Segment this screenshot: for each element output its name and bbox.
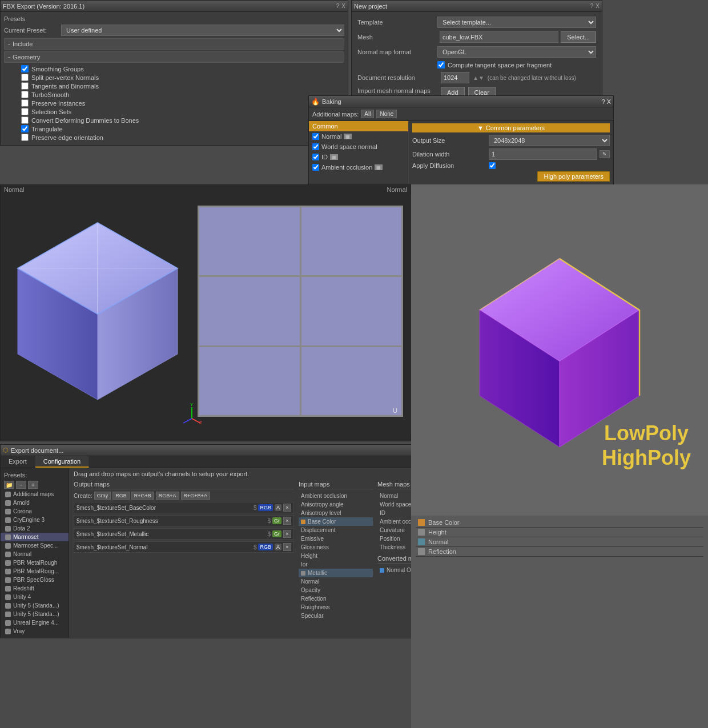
doc-res-input[interactable]	[441, 72, 469, 83]
fbx-help-btn[interactable]: ?	[336, 3, 340, 9]
create-rgbplus-btn[interactable]: R+G+B+A	[181, 492, 210, 500]
output-map-remove-btn[interactable]: ×	[283, 543, 291, 551]
baking-map-checkbox[interactable]	[312, 143, 319, 150]
export-preset-item[interactable]: Unity 4	[1, 593, 69, 601]
input-map-item[interactable]: Emissive	[299, 534, 373, 543]
input-map-item[interactable]: Anisotropy level	[299, 509, 373, 517]
export-preset-item[interactable]: Corona	[1, 507, 69, 516]
doc-res-label: Document resolution	[357, 74, 437, 81]
input-map-item[interactable]: Base Color	[299, 517, 373, 526]
baking-help-btn[interactable]: ?	[601, 98, 605, 105]
tab-export[interactable]: Export	[1, 456, 35, 468]
dilation-edit-btn[interactable]: ✎	[600, 150, 610, 158]
export-preset-item[interactable]: CryEngine 3	[1, 516, 69, 524]
preset-icon	[5, 552, 11, 557]
baking-map-item[interactable]: Ambient occlusion▦	[309, 162, 408, 172]
input-map-dot	[301, 520, 305, 524]
export-preset-item[interactable]: Unity 5 (Standa...)	[1, 610, 69, 618]
dilation-input[interactable]	[489, 148, 597, 160]
input-map-item[interactable]: Ambient occlusion	[299, 492, 373, 500]
input-map-item[interactable]: Normal	[299, 577, 373, 586]
export-preset-item[interactable]: PBR MetalRough	[1, 558, 69, 567]
preset-icon	[5, 629, 11, 634]
fbx-checkbox[interactable]	[21, 134, 29, 141]
input-map-item[interactable]: Anisotropy angle	[299, 500, 373, 509]
export-preset-item[interactable]: Dota 2	[1, 524, 69, 533]
export-preset-item[interactable]: Marmoset	[1, 533, 69, 541]
create-rgba-btn[interactable]: RGB+A	[156, 492, 179, 500]
fbx-checkbox[interactable]	[21, 125, 29, 132]
presets-minus-btn[interactable]: −	[16, 481, 26, 489]
all-btn[interactable]: All	[361, 110, 374, 118]
baking-close-btn[interactable]: X	[607, 98, 611, 105]
mesh-select-btn[interactable]: Select...	[561, 31, 596, 43]
np-help-btn[interactable]: ?	[590, 3, 594, 9]
normalmap-select[interactable]: OpenGL	[437, 46, 596, 58]
high-poly-btn[interactable]: High poly parameters	[537, 171, 610, 182]
baking-map-checkbox[interactable]	[312, 164, 319, 171]
current-preset-select[interactable]: User defined	[61, 25, 344, 36]
create-rgb-btn[interactable]: RGB	[112, 492, 130, 500]
export-preset-item[interactable]: Vray	[1, 627, 69, 636]
input-map-item[interactable]: Ior	[299, 560, 373, 569]
create-gray-btn[interactable]: Gray	[94, 492, 111, 500]
fbx-close-btn[interactable]: X	[341, 3, 345, 9]
viewport-canvas[interactable]: U Y Z	[1, 194, 412, 434]
export-preset-item[interactable]: PBR MetalRoug...	[1, 567, 69, 576]
fbx-checkbox[interactable]	[21, 108, 29, 115]
template-select[interactable]: Select template...	[437, 17, 596, 28]
preset-icon	[5, 603, 11, 609]
baking-map-item[interactable]: World space normal	[309, 142, 408, 152]
export-preset-item[interactable]: Redshift	[1, 584, 69, 593]
presets-plus-btn[interactable]: +	[28, 481, 38, 489]
fbx-checkbox[interactable]	[21, 91, 29, 98]
fbx-checkbox-row: Preserve Instances	[4, 99, 344, 107]
mesh-input[interactable]	[440, 31, 558, 43]
fbx-checkbox[interactable]	[21, 99, 29, 107]
fbx-checkbox[interactable]	[21, 74, 29, 81]
input-map-item[interactable]: Displacement	[299, 526, 373, 534]
input-map-item[interactable]: Opacity	[299, 586, 373, 594]
input-map-item[interactable]: Roughness	[299, 603, 373, 612]
tab-configuration[interactable]: Configuration	[35, 456, 89, 468]
fbx-checkbox-label: Split per-vertex Normals	[31, 74, 99, 81]
output-map-remove-btn[interactable]: ×	[283, 530, 291, 538]
input-map-label: Roughness	[301, 604, 330, 610]
export-preset-item[interactable]: Marmoset Spec...	[1, 541, 69, 550]
input-map-label: Ambient occlusion	[301, 493, 347, 499]
baking-map-checkbox[interactable]	[312, 154, 319, 160]
compute-tangent-check[interactable]	[437, 61, 445, 69]
none-btn[interactable]: None	[376, 110, 397, 118]
fbx-checkbox[interactable]	[21, 82, 29, 90]
export-preset-item[interactable]: Normal	[1, 550, 69, 558]
output-map-remove-btn[interactable]: ×	[283, 504, 291, 512]
input-map-item[interactable]: Specular	[299, 612, 373, 620]
fbx-checkbox[interactable]	[21, 65, 29, 73]
export-preset-item[interactable]: Unreal Engine 4...	[1, 618, 69, 627]
input-map-label: Glossiness	[301, 544, 329, 550]
create-rgb-plus-btn[interactable]: R+G+B	[131, 492, 154, 500]
svg-line-10	[183, 419, 192, 423]
presets-controls: 📁 − +	[1, 480, 69, 490]
presets-folder-btn[interactable]: 📁	[4, 481, 14, 489]
input-map-item[interactable]: Glossiness	[299, 543, 373, 552]
baking-map-checkbox[interactable]	[312, 133, 319, 140]
export-preset-item[interactable]: Arnold	[1, 498, 69, 507]
baking-map-item[interactable]: ID▦	[309, 152, 408, 162]
export-preset-item[interactable]: Unity 5 (Standa...)	[1, 601, 69, 610]
baking-map-item[interactable]: Normal▦	[309, 131, 408, 142]
input-map-item[interactable]: Metallic	[299, 569, 373, 577]
input-map-item[interactable]: Reflection	[299, 594, 373, 603]
export-preset-item[interactable]: Additional maps	[1, 490, 69, 498]
baking-map-item[interactable]: Common	[309, 121, 408, 131]
apply-diffusion-check[interactable]	[489, 162, 496, 169]
fbx-checkboxes: Smoothing GroupsSplit per-vertex Normals…	[4, 65, 344, 142]
converted-map-dot	[380, 568, 384, 573]
export-preset-item[interactable]: PBR SpecGloss	[1, 576, 69, 584]
output-map-remove-btn[interactable]: ×	[283, 517, 291, 525]
input-map-label: Emissive	[301, 536, 324, 542]
input-map-item[interactable]: Height	[299, 552, 373, 560]
np-close-btn[interactable]: X	[596, 3, 600, 9]
output-size-select[interactable]: 2048x2048	[489, 135, 610, 146]
fbx-checkbox[interactable]	[21, 116, 29, 124]
